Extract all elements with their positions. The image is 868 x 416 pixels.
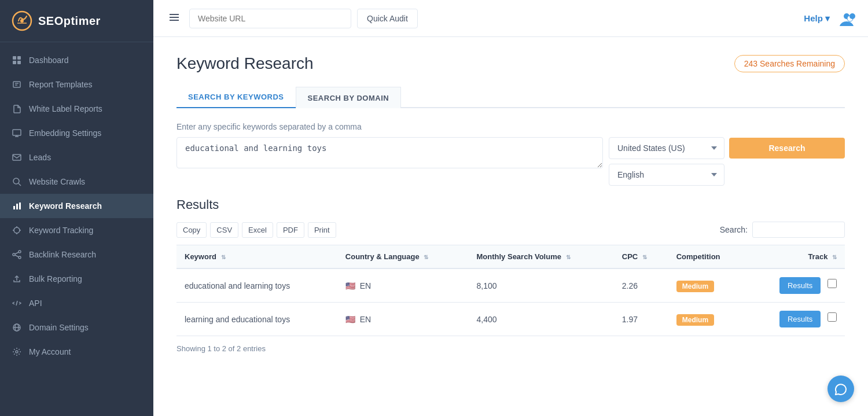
hamburger-button[interactable] bbox=[165, 8, 183, 28]
sidebar-item-keyword-tracking-label: Keyword Tracking bbox=[29, 226, 93, 235]
sidebar-item-leads[interactable]: Leads bbox=[0, 145, 153, 170]
help-button[interactable]: Help ▾ bbox=[804, 13, 830, 24]
col-monthly-search: Monthly Search Volume ⇅ bbox=[469, 245, 614, 269]
svg-rect-17 bbox=[19, 203, 21, 209]
cpc-sort-icon[interactable]: ⇅ bbox=[642, 254, 647, 260]
track-sort-icon[interactable]: ⇅ bbox=[832, 254, 837, 260]
keyword-link-1[interactable]: educational and learning toys bbox=[185, 281, 290, 290]
seoptimer-logo-icon bbox=[12, 10, 32, 31]
sidebar-item-bulk-reporting[interactable]: Bulk Reporting bbox=[0, 267, 153, 291]
sidebar-item-report-templates[interactable]: Report Templates bbox=[0, 72, 153, 97]
sidebar-item-keyword-research-label: Keyword Research bbox=[29, 201, 102, 211]
svg-rect-2 bbox=[13, 56, 16, 60]
table-row: educational and learning toys 🇺🇸 EN 8,10… bbox=[176, 268, 845, 303]
excel-button[interactable]: Excel bbox=[242, 222, 273, 238]
svg-point-40 bbox=[849, 13, 855, 19]
chat-bubble-button[interactable] bbox=[827, 375, 854, 402]
sidebar-item-website-crawls[interactable]: Website Crawls bbox=[0, 170, 153, 194]
sidebar-item-dashboard-label: Dashboard bbox=[29, 56, 69, 65]
sidebar-item-embedding[interactable]: Embedding Settings bbox=[0, 121, 153, 145]
edit-icon bbox=[12, 79, 22, 90]
monthly-search-cell-1: 8,100 bbox=[469, 268, 614, 303]
svg-point-18 bbox=[14, 227, 20, 233]
country-lang-cell-1: 🇺🇸 EN bbox=[337, 268, 469, 303]
csv-button[interactable]: CSV bbox=[210, 222, 238, 238]
competition-cell-1: Medium bbox=[668, 268, 748, 303]
bar-chart-icon bbox=[12, 201, 22, 211]
pdf-button[interactable]: PDF bbox=[277, 222, 304, 238]
url-input[interactable] bbox=[189, 9, 351, 28]
svg-point-33 bbox=[16, 351, 18, 353]
sidebar-item-api-label: API bbox=[29, 299, 42, 308]
code-icon bbox=[12, 298, 22, 308]
research-button[interactable]: Research bbox=[729, 138, 845, 159]
tab-search-by-domain[interactable]: SEARCH BY DOMAIN bbox=[296, 87, 402, 108]
keyword-cell-2: learning and educational toys bbox=[176, 303, 337, 336]
flag-icon-2: 🇺🇸 bbox=[345, 315, 355, 324]
language-select[interactable]: English Spanish French German bbox=[609, 164, 724, 186]
copy-button[interactable]: Copy bbox=[176, 222, 207, 238]
search-tabs: SEARCH BY KEYWORDS SEARCH BY DOMAIN bbox=[176, 87, 845, 108]
tab-search-by-keywords[interactable]: SEARCH BY KEYWORDS bbox=[176, 87, 296, 108]
results-table: Keyword ⇅ Country & Language ⇅ Monthly S… bbox=[176, 245, 845, 336]
keyword-input[interactable] bbox=[176, 137, 603, 168]
sidebar-item-website-crawls-label: Website Crawls bbox=[29, 177, 85, 186]
results-toolbar: Copy CSV Excel PDF Print Search: bbox=[176, 222, 845, 238]
country-sort-icon[interactable]: ⇅ bbox=[424, 254, 428, 260]
results-button-2[interactable]: Results bbox=[779, 311, 821, 327]
file-icon bbox=[12, 104, 22, 114]
sidebar-item-leads-label: Leads bbox=[29, 153, 51, 162]
svg-rect-5 bbox=[17, 61, 21, 64]
globe-icon bbox=[12, 322, 22, 333]
quick-audit-button[interactable]: Quick Audit bbox=[357, 9, 418, 28]
keyword-link-2[interactable]: learning and educational toys bbox=[185, 315, 290, 324]
sidebar-item-keyword-research[interactable]: Keyword Research bbox=[0, 194, 153, 218]
svg-rect-9 bbox=[13, 130, 21, 135]
table-header-row: Keyword ⇅ Country & Language ⇅ Monthly S… bbox=[176, 245, 845, 269]
col-country-lang: Country & Language ⇅ bbox=[337, 245, 469, 269]
track-cell-1: Results bbox=[748, 268, 845, 303]
sidebar: SEOptimer Dashboard Report Templates Whi… bbox=[0, 0, 153, 416]
track-checkbox-2[interactable] bbox=[827, 312, 837, 322]
sidebar-item-white-label-label: White Label Reports bbox=[29, 104, 102, 113]
svg-rect-16 bbox=[16, 204, 18, 209]
user-avatar-icon[interactable] bbox=[837, 9, 856, 28]
country-select[interactable]: United States (US) United Kingdom (UK) C… bbox=[609, 137, 724, 159]
sidebar-item-api[interactable]: API bbox=[0, 291, 153, 315]
svg-rect-6 bbox=[13, 82, 20, 87]
svg-point-13 bbox=[13, 178, 19, 184]
keyword-cell-1: educational and learning toys bbox=[176, 268, 337, 303]
search-row: United States (US) United Kingdom (UK) C… bbox=[176, 137, 845, 186]
sidebar-item-my-account[interactable]: My Account bbox=[0, 340, 153, 364]
share-icon bbox=[12, 249, 22, 260]
svg-line-27 bbox=[15, 255, 19, 257]
table-row: learning and educational toys 🇺🇸 EN 4,40… bbox=[176, 303, 845, 336]
track-checkbox-1[interactable] bbox=[827, 279, 837, 288]
sidebar-item-embedding-label: Embedding Settings bbox=[29, 128, 101, 138]
print-button[interactable]: Print bbox=[308, 222, 336, 238]
sidebar-item-keyword-tracking[interactable]: Keyword Tracking bbox=[0, 218, 153, 242]
sidebar-item-domain-settings[interactable]: Domain Settings bbox=[0, 315, 153, 340]
monitor-icon bbox=[12, 128, 22, 138]
settings-icon bbox=[12, 347, 22, 357]
search-filter: Search: bbox=[720, 222, 845, 238]
sidebar-item-backlink-research[interactable]: Backlink Research bbox=[0, 242, 153, 267]
table-search-input[interactable] bbox=[752, 222, 845, 238]
monthly-search-sort-icon[interactable]: ⇅ bbox=[566, 254, 571, 260]
sidebar-item-white-label[interactable]: White Label Reports bbox=[0, 97, 153, 121]
cpc-cell-1: 2.26 bbox=[614, 268, 668, 303]
svg-line-14 bbox=[19, 183, 21, 186]
track-cell-2: Results bbox=[748, 303, 845, 336]
sidebar-item-backlink-research-label: Backlink Research bbox=[29, 250, 96, 259]
sidebar-item-dashboard[interactable]: Dashboard bbox=[0, 48, 153, 72]
sidebar-item-my-account-label: My Account bbox=[29, 347, 71, 356]
export-buttons: Copy CSV Excel PDF Print bbox=[176, 222, 336, 238]
keyword-sort-icon[interactable]: ⇅ bbox=[221, 254, 226, 260]
results-button-1[interactable]: Results bbox=[779, 277, 821, 294]
country-lang-cell-2: 🇺🇸 EN bbox=[337, 303, 469, 336]
cpc-cell-2: 1.97 bbox=[614, 303, 668, 336]
upload-icon bbox=[12, 274, 22, 284]
sidebar-item-bulk-reporting-label: Bulk Reporting bbox=[29, 274, 82, 284]
topbar: Quick Audit Help ▾ bbox=[153, 0, 868, 37]
competition-badge-2: Medium bbox=[676, 314, 714, 326]
